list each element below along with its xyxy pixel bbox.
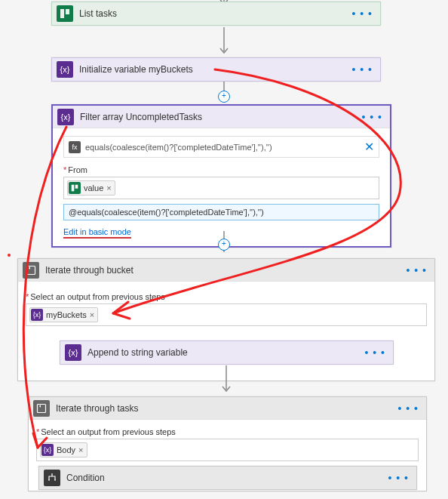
select-output-label: *Select an output from previous steps [36,427,419,436]
step-menu[interactable]: • • • [362,347,388,359]
token-label: Body [57,445,75,454]
token-label: value [84,183,103,193]
required-marker: * [26,292,29,301]
token-remove-icon[interactable]: × [106,183,111,193]
loop-icon [23,262,39,279]
step-title: List tasks [73,8,349,19]
variable-icon: {x} [57,61,73,78]
step-title: Append to string variable [81,347,362,358]
step-menu[interactable]: • • • [349,8,376,20]
step-title: Initialize variable myBuckets [73,64,349,75]
step-title: Iterate through tasks [50,403,395,414]
token-label: myBuckets [46,310,87,319]
token-remove-icon[interactable]: × [78,445,83,454]
step-menu[interactable]: • • • [404,264,430,276]
dynamic-content-token[interactable]: value × [67,180,115,196]
select-output-label: *Select an output from previous steps [26,292,427,301]
step-title: Iterate through bucket [39,265,404,276]
variable-icon: {x} [31,309,43,321]
required-marker: * [63,165,66,174]
advanced-expression-text: @equals(coalesce(item()?['completedDateT… [69,208,264,217]
from-label: *From [63,165,379,174]
step-list-tasks[interactable]: List tasks • • • [51,2,381,26]
step-title: Filter array UncompletedTasks [74,112,359,122]
loop-icon [33,400,50,417]
svg-rect-0 [60,9,64,18]
flow-arrow [219,365,234,396]
step-title: Condition [60,473,385,483]
variable-icon: {x} [65,344,81,361]
dynamic-content-token[interactable]: {x} myBuckets × [29,307,98,322]
close-icon[interactable]: ✕ [364,140,374,154]
variable-icon: {x} [57,109,74,125]
add-step-button[interactable]: + [218,239,230,251]
step-menu[interactable]: • • • [359,111,385,123]
fx-expression-row[interactable]: fx equals(coalesce(item()?['completedDat… [63,136,379,158]
svg-rect-3 [75,185,78,189]
fx-expression-text: equals(coalesce(item()?['completedDateTi… [85,143,272,152]
svg-rect-5 [38,404,46,412]
select-output-input[interactable]: {x} Body × [36,439,419,461]
planner-icon [57,5,73,22]
flow-arrow [216,27,232,57]
add-step-button[interactable]: + [218,91,230,103]
dynamic-content-token[interactable]: {x} Body × [40,442,87,457]
step-menu[interactable]: • • • [395,402,422,414]
required-marker: * [36,427,39,436]
step-condition[interactable]: Condition • • • [38,466,417,490]
fx-icon: fx [69,141,81,153]
variable-icon: {x} [41,444,54,456]
step-menu[interactable]: • • • [385,472,412,484]
step-initialize-variable[interactable]: {x} Initialize variable myBuckets • • • [51,57,381,82]
token-remove-icon[interactable]: × [90,310,94,319]
advanced-expression-input[interactable]: @equals(coalesce(item()?['completedDateT… [63,204,379,220]
step-append-string[interactable]: {x} Append to string variable • • • [60,340,394,365]
select-output-input[interactable]: {x} myBuckets × [26,303,427,326]
svg-rect-1 [66,9,69,14]
svg-point-6 [8,254,11,257]
planner-icon [69,182,81,194]
from-input[interactable]: value × [63,177,379,199]
step-filter-array[interactable]: {x} Filter array UncompletedTasks • • • … [51,104,391,248]
svg-rect-2 [72,185,75,192]
condition-icon [44,470,60,486]
step-menu[interactable]: • • • [349,63,376,75]
edit-basic-mode-link[interactable]: Edit in basic mode [63,227,131,239]
svg-rect-4 [27,266,35,274]
